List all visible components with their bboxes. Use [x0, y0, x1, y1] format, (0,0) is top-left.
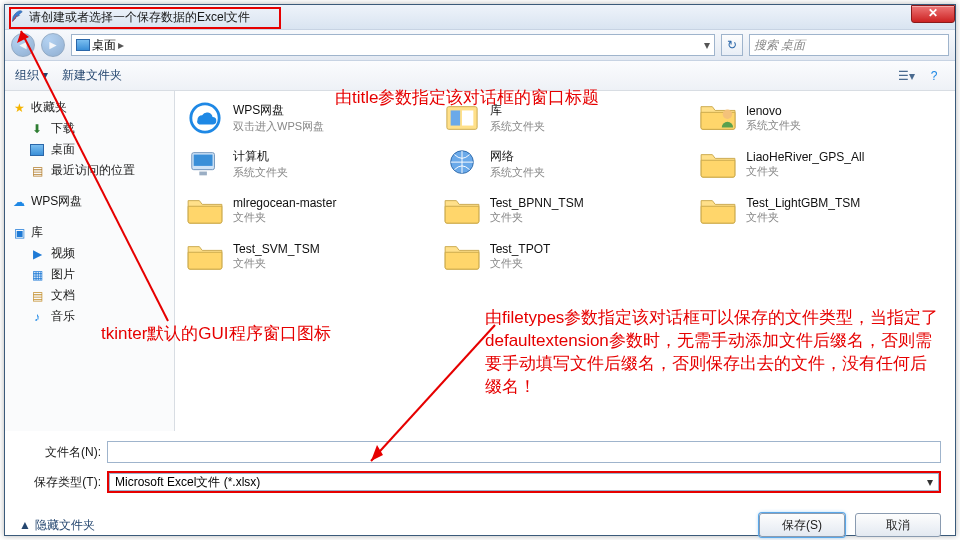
sidebar-item-pictures[interactable]: ▦图片: [11, 264, 168, 285]
file-list[interactable]: WPS网盘双击进入WPS网盘库系统文件夹lenovo系统文件夹计算机系统文件夹网…: [175, 91, 955, 431]
item-subtitle: 文件夹: [490, 256, 551, 271]
item-icon: [442, 191, 482, 229]
file-item[interactable]: mlregocean-master文件夹: [185, 189, 432, 231]
item-name: Test_BPNN_TSM: [490, 196, 584, 210]
desktop-icon: [29, 142, 45, 158]
file-item[interactable]: lenovo系统文件夹: [698, 97, 945, 139]
close-button[interactable]: ✕: [911, 5, 955, 23]
cloud-icon: ☁: [11, 194, 27, 210]
item-subtitle: 双击进入WPS网盘: [233, 119, 324, 134]
file-item[interactable]: Test_TPOT文件夹: [442, 235, 689, 277]
view-options-button[interactable]: ☰▾: [895, 65, 917, 87]
item-name: 库: [490, 102, 545, 119]
item-subtitle: 系统文件夹: [746, 118, 801, 133]
sidebar-wps[interactable]: ☁WPS网盘: [11, 191, 168, 212]
help-button[interactable]: ?: [923, 65, 945, 87]
hide-folders-toggle[interactable]: ▲ 隐藏文件夹: [19, 517, 95, 534]
filename-label: 文件名(N):: [19, 444, 107, 461]
chevron-up-icon: ▲: [19, 518, 31, 532]
file-item[interactable]: Test_BPNN_TSM文件夹: [442, 189, 689, 231]
item-name: 计算机: [233, 148, 288, 165]
new-folder-button[interactable]: 新建文件夹: [62, 67, 122, 84]
refresh-button[interactable]: ↻: [721, 34, 743, 56]
chevron-down-icon[interactable]: ▾: [704, 38, 710, 52]
dialog-bottom: 文件名(N): 保存类型(T): Microsoft Excel文件 (*.xl…: [5, 431, 955, 507]
recent-icon: ▤: [29, 163, 45, 179]
item-icon: [698, 145, 738, 183]
item-name: LiaoHeRiver_GPS_All: [746, 150, 864, 164]
breadcrumb[interactable]: 桌面 ▸ ▾: [71, 34, 715, 56]
titlebar[interactable]: 请创建或者选择一个保存数据的Excel文件 ✕: [5, 5, 955, 29]
item-icon: [442, 145, 482, 183]
file-item[interactable]: 库系统文件夹: [442, 97, 689, 139]
document-icon: ▤: [29, 288, 45, 304]
download-icon: ⬇: [29, 121, 45, 137]
dialog-body: ★ 收藏夹 ⬇下载 桌面 ▤最近访问的位置 ☁WPS网盘 ▣库 ▶视频 ▦图片 …: [5, 91, 955, 431]
window-title: 请创建或者选择一个保存数据的Excel文件: [29, 9, 250, 26]
file-item[interactable]: WPS网盘双击进入WPS网盘: [185, 97, 432, 139]
filetype-value: Microsoft Excel文件 (*.xlsx): [115, 474, 260, 491]
filetype-label: 保存类型(T):: [19, 474, 107, 491]
svg-rect-7: [199, 172, 207, 176]
item-icon: [185, 145, 225, 183]
sidebar-favorites-header[interactable]: ★ 收藏夹: [11, 97, 168, 118]
item-subtitle: 文件夹: [233, 210, 336, 225]
back-button[interactable]: ◄: [11, 33, 35, 57]
cancel-button[interactable]: 取消: [855, 513, 941, 537]
library-icon: ▣: [11, 225, 27, 241]
file-item[interactable]: 网络系统文件夹: [442, 143, 689, 185]
file-item[interactable]: Test_SVM_TSM文件夹: [185, 235, 432, 277]
dialog-footer: ▲ 隐藏文件夹 保存(S) 取消: [5, 507, 955, 540]
item-name: Test_LightGBM_TSM: [746, 196, 860, 210]
save-button[interactable]: 保存(S): [759, 513, 845, 537]
search-placeholder: 搜索 桌面: [754, 37, 805, 54]
item-icon: [185, 237, 225, 275]
file-item[interactable]: LiaoHeRiver_GPS_All文件夹: [698, 143, 945, 185]
nav-row: ◄ ► 桌面 ▸ ▾ ↻ 搜索 桌面: [5, 29, 955, 61]
forward-button[interactable]: ►: [41, 33, 65, 57]
svg-rect-3: [462, 110, 473, 125]
sidebar-item-video[interactable]: ▶视频: [11, 243, 168, 264]
file-item[interactable]: Test_LightGBM_TSM文件夹: [698, 189, 945, 231]
video-icon: ▶: [29, 246, 45, 262]
item-icon: [698, 191, 738, 229]
item-name: mlregocean-master: [233, 196, 336, 210]
save-dialog: 请创建或者选择一个保存数据的Excel文件 ✕ ◄ ► 桌面 ▸ ▾ ↻ 搜索 …: [4, 4, 956, 536]
item-subtitle: 文件夹: [490, 210, 584, 225]
organize-menu[interactable]: 组织 ▾: [15, 67, 48, 84]
desktop-icon: [76, 39, 90, 51]
chevron-right-icon: ▸: [118, 38, 124, 52]
sidebar-library-header[interactable]: ▣库: [11, 222, 168, 243]
item-name: Test_SVM_TSM: [233, 242, 320, 256]
item-subtitle: 系统文件夹: [233, 165, 288, 180]
sidebar-item-music[interactable]: ♪音乐: [11, 306, 168, 327]
item-icon: [442, 99, 482, 137]
tk-feather-icon: [9, 9, 25, 25]
breadcrumb-segment: 桌面: [92, 37, 116, 54]
filetype-select[interactable]: Microsoft Excel文件 (*.xlsx) ▾: [107, 471, 941, 493]
search-input[interactable]: 搜索 桌面: [749, 34, 949, 56]
file-item[interactable]: 计算机系统文件夹: [185, 143, 432, 185]
item-subtitle: 系统文件夹: [490, 119, 545, 134]
item-icon: [698, 99, 738, 137]
picture-icon: ▦: [29, 267, 45, 283]
item-name: lenovo: [746, 104, 801, 118]
filename-input[interactable]: [107, 441, 941, 463]
item-icon: [185, 99, 225, 137]
item-subtitle: 文件夹: [746, 164, 864, 179]
sidebar-item-downloads[interactable]: ⬇下载: [11, 118, 168, 139]
item-icon: [185, 191, 225, 229]
sidebar-item-desktop[interactable]: 桌面: [11, 139, 168, 160]
svg-point-4: [723, 110, 732, 119]
sidebar: ★ 收藏夹 ⬇下载 桌面 ▤最近访问的位置 ☁WPS网盘 ▣库 ▶视频 ▦图片 …: [5, 91, 175, 431]
toolbar: 组织 ▾ 新建文件夹 ☰▾ ?: [5, 61, 955, 91]
star-icon: ★: [11, 100, 27, 116]
sidebar-item-documents[interactable]: ▤文档: [11, 285, 168, 306]
svg-rect-6: [194, 155, 213, 166]
item-name: Test_TPOT: [490, 242, 551, 256]
item-subtitle: 文件夹: [746, 210, 860, 225]
item-name: 网络: [490, 148, 545, 165]
music-icon: ♪: [29, 309, 45, 325]
item-subtitle: 文件夹: [233, 256, 320, 271]
sidebar-item-recent[interactable]: ▤最近访问的位置: [11, 160, 168, 181]
